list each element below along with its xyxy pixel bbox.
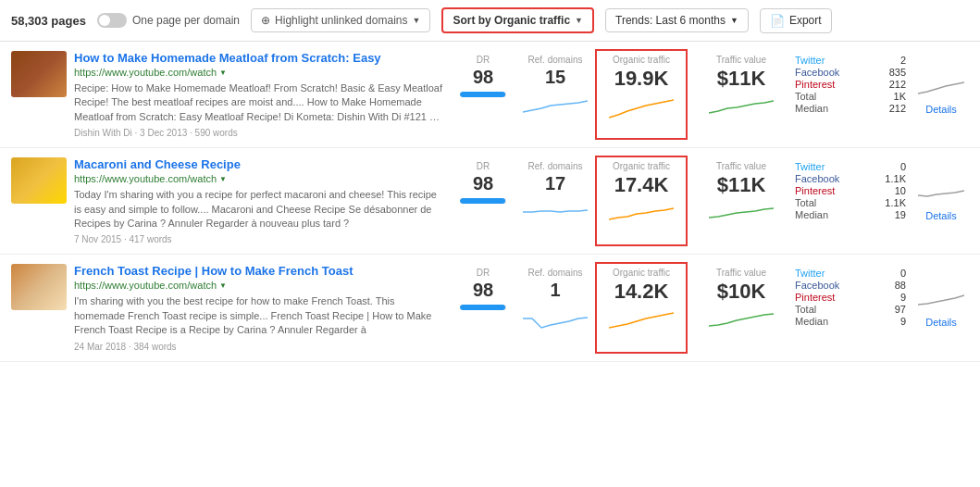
ref-domains-value: 15 xyxy=(545,67,565,88)
traffic-value-value: $10K xyxy=(717,280,766,304)
result-title[interactable]: Macaroni and Cheese Recipe xyxy=(74,157,443,171)
toggle-wrap: One page per domain xyxy=(97,13,240,28)
dr-bar-fill xyxy=(460,305,505,310)
social-pinterest-row: Pinterest 212 xyxy=(795,79,906,90)
content-col: How to Make Homemade Meatloaf from Scrat… xyxy=(74,51,443,138)
organic-traffic-col: Organic traffic 19.9K xyxy=(595,49,688,140)
social-twitter-row: Twitter 2 xyxy=(795,55,906,66)
dr-bar xyxy=(460,92,506,97)
total-val: 1K xyxy=(894,91,906,102)
traffic-value-label: Traffic value xyxy=(716,161,766,171)
export-icon: 📄 xyxy=(770,14,785,28)
traffic-sparkline xyxy=(709,201,774,229)
facebook-label: Facebook xyxy=(795,67,839,78)
pinterest-label: Pinterest xyxy=(795,79,835,90)
content-col: French Toast Recipe | How to Make French… xyxy=(74,264,443,351)
social-median-row: Median 19 xyxy=(795,209,906,220)
toggle-label: One page per domain xyxy=(132,14,240,27)
export-btn[interactable]: 📄 Export xyxy=(760,8,832,33)
thumbnail xyxy=(11,157,67,204)
sort-btn[interactable]: Sort by Organic traffic ▼ xyxy=(441,7,594,33)
social-total-row: Total 97 xyxy=(795,304,906,315)
organic-traffic-label: Organic traffic xyxy=(613,161,670,171)
ref-domains-col: Ref. domains 1 xyxy=(523,264,588,351)
dr-col: DR 98 xyxy=(451,264,515,351)
median-val: 9 xyxy=(900,316,906,327)
highlight-icon: ⊕ xyxy=(261,14,270,27)
url-dropdown-icon[interactable]: ▼ xyxy=(219,69,227,77)
toolbar: 58,303 pages One page per domain ⊕ Highl… xyxy=(0,0,980,42)
result-desc: Today I'm sharing with you a recipe for … xyxy=(74,188,443,231)
result-title[interactable]: How to Make Homemade Meatloaf from Scrat… xyxy=(74,51,443,65)
organic-traffic-value: 19.9K xyxy=(614,67,669,91)
highlight-btn[interactable]: ⊕ Highlight unlinked domains ▼ xyxy=(251,8,430,32)
export-btn-label: Export xyxy=(789,14,822,27)
ref-domains-value: 17 xyxy=(545,173,565,194)
result-meta: 24 Mar 2018 · 384 words xyxy=(74,342,443,352)
social-col: Twitter 0 Facebook 88 Pinterest 9 Total … xyxy=(795,264,906,351)
result-url: https://www.youtube.com/watch ▼ xyxy=(74,173,443,184)
social-facebook-row: Facebook 88 xyxy=(795,280,906,291)
total-label: Total xyxy=(795,197,816,208)
dr-col: DR 98 xyxy=(451,51,515,138)
traffic-value-col: Traffic value $10K xyxy=(695,264,788,351)
median-label: Median xyxy=(795,209,828,220)
dr-label: DR xyxy=(477,55,490,65)
pinterest-val: 10 xyxy=(895,185,906,196)
traffic-value-col: Traffic value $11K xyxy=(695,51,788,138)
median-label: Median xyxy=(795,103,828,114)
traffic-value-label: Traffic value xyxy=(716,55,766,65)
trends-btn-label: Trends: Last 6 months xyxy=(615,14,726,27)
twitter-val: 0 xyxy=(900,268,906,279)
traffic-sparkline xyxy=(709,307,774,335)
organic-traffic-value: 17.4K xyxy=(614,173,669,197)
median-val: 212 xyxy=(889,103,906,114)
result-title[interactable]: French Toast Recipe | How to Make French… xyxy=(74,264,443,278)
url-dropdown-icon[interactable]: ▼ xyxy=(219,281,227,290)
result-url: https://www.youtube.com/watch ▼ xyxy=(74,67,443,78)
social-median-row: Median 212 xyxy=(795,103,906,114)
highlight-chevron-icon: ▼ xyxy=(412,16,420,25)
organic-traffic-label: Organic traffic xyxy=(613,55,670,65)
twitter-label: Twitter xyxy=(795,55,825,66)
result-meta: Dishin With Di · 3 Dec 2013 · 590 words xyxy=(74,128,443,138)
toggle-knob xyxy=(99,15,110,26)
details-button[interactable]: Details xyxy=(925,104,957,115)
trends-btn[interactable]: Trends: Last 6 months ▼ xyxy=(605,8,749,32)
table-row: How to Make Homemade Meatloaf from Scrat… xyxy=(0,42,980,148)
facebook-val: 1.1K xyxy=(885,173,906,184)
sort-chevron-icon: ▼ xyxy=(575,16,583,25)
ref-domains-label: Ref. domains xyxy=(528,268,583,278)
social-total-row: Total 1.1K xyxy=(795,197,906,208)
dr-bar-fill xyxy=(460,92,505,97)
table-row: Macaroni and Cheese Recipe https://www.y… xyxy=(0,148,980,255)
twitter-val: 0 xyxy=(900,161,906,172)
dr-col: DR 98 xyxy=(451,157,515,244)
details-button[interactable]: Details xyxy=(925,210,957,221)
pinterest-val: 9 xyxy=(900,292,906,303)
total-label: Total xyxy=(795,304,816,315)
ref-domains-sparkline xyxy=(523,92,588,119)
ref-domains-sparkline xyxy=(523,198,588,226)
traffic-value-value: $11K xyxy=(717,67,766,91)
traffic-value-label: Traffic value xyxy=(716,268,766,278)
social-pinterest-row: Pinterest 10 xyxy=(795,185,906,196)
ref-domains-label: Ref. domains xyxy=(528,55,583,65)
facebook-val: 835 xyxy=(889,67,906,78)
trends-chevron-icon: ▼ xyxy=(730,16,738,25)
organic-sparkline xyxy=(609,201,674,229)
organic-traffic-col: Organic traffic 14.2K xyxy=(595,262,688,353)
one-page-domain-toggle[interactable] xyxy=(97,13,127,28)
details-button[interactable]: Details xyxy=(925,317,957,328)
facebook-label: Facebook xyxy=(795,280,839,291)
traffic-value-value: $11K xyxy=(717,173,766,197)
url-dropdown-icon[interactable]: ▼ xyxy=(219,175,227,183)
trend-icon xyxy=(918,181,964,205)
pinterest-val: 212 xyxy=(889,79,906,90)
pinterest-label: Pinterest xyxy=(795,292,835,303)
highlight-btn-label: Highlight unlinked domains xyxy=(275,14,407,27)
social-col: Twitter 2 Facebook 835 Pinterest 212 Tot… xyxy=(795,51,906,138)
organic-traffic-label: Organic traffic xyxy=(613,268,670,278)
median-label: Median xyxy=(795,316,828,327)
dr-label: DR xyxy=(477,268,490,278)
